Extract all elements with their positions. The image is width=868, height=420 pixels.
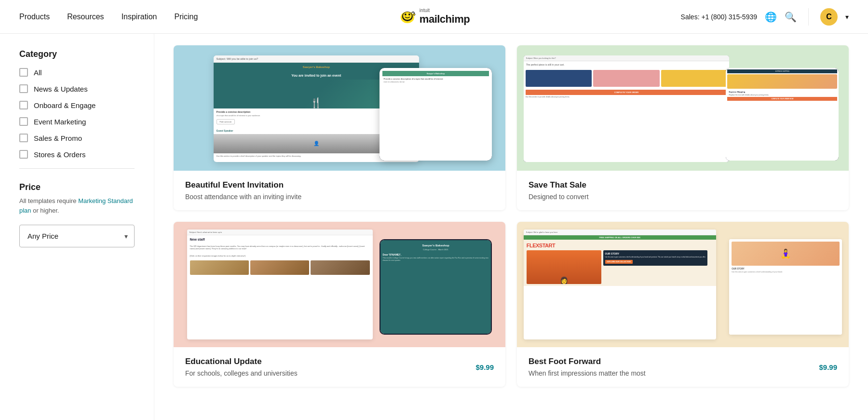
- checkbox-event[interactable]: [19, 117, 28, 126]
- nav-products[interactable]: Products: [19, 13, 50, 21]
- price-note: All templates require Marketing Standard…: [19, 196, 135, 215]
- price-title: Price: [19, 182, 135, 192]
- filter-divider: [19, 168, 135, 169]
- price-dropdown-wrap: Any Price Free Paid ▾: [19, 225, 135, 247]
- filter-event[interactable]: Event Marketing: [19, 117, 135, 126]
- card-price-edu: $9.99: [475, 363, 494, 371]
- phone-mockup-event: Sawyer's Bakeshop Provide a concise desc…: [380, 68, 492, 161]
- category-filter-group: All News & Updates Onboard & Engage Even…: [19, 68, 135, 159]
- main-layout: Category All News & Updates Onboard & En…: [0, 34, 868, 420]
- card-thumbnail-educational-update: Subject: Here's what we've been up to Ne…: [174, 222, 505, 347]
- card-title-sale: Save That Sale: [529, 180, 589, 190]
- desktop-mockup-sale: Subject: Were you looking for this? The …: [524, 55, 730, 162]
- card-title-flex: Best Foot Forward: [529, 357, 646, 366]
- svg-point-3: [405, 14, 407, 15]
- navigation: Products Resources Inspiration Pricing i…: [0, 0, 868, 34]
- card-educational-update[interactable]: Subject: Here's what we've been up to Ne…: [174, 222, 505, 387]
- card-desc-flex: When first impressions matter the most: [529, 369, 646, 377]
- card-info-flex: Best Foot Forward When first impressions…: [517, 347, 849, 387]
- logo-text-wrap: intuit mailchimp: [420, 8, 470, 26]
- category-title: Category: [19, 49, 135, 59]
- card-title-edu: Educational Update: [185, 357, 298, 366]
- checkbox-stores[interactable]: [19, 150, 28, 159]
- card-thumbnail-save-that-sale: Subject: Were you looking for this? The …: [517, 45, 849, 171]
- user-avatar[interactable]: C: [820, 8, 838, 26]
- edu-phone-mockup: Sawyer's Bakeshop College Courier - Marc…: [380, 239, 492, 335]
- logo-area: intuit mailchimp: [398, 8, 470, 26]
- card-info-sale: Save That Sale Designed to convert: [517, 171, 849, 210]
- price-dropdown[interactable]: Any Price Free Paid: [19, 225, 135, 247]
- svg-point-2: [403, 12, 412, 20]
- filter-stores-label: Stores & Orders: [34, 150, 86, 159]
- user-dropdown[interactable]: ▾: [845, 13, 849, 21]
- mobile-mockup-sale: EXPRESS SHIPPING Express Shipping Replac…: [726, 68, 839, 161]
- price-note-suffix: or higher.: [31, 207, 59, 214]
- filter-all-label: All: [34, 68, 42, 77]
- logo-mailchimp: mailchimp: [420, 13, 470, 26]
- nav-right: Sales: +1 (800) 315-5939 🌐 🔍 C ▾: [681, 8, 849, 26]
- card-desc-edu: For schools, colleges and universities: [185, 369, 298, 377]
- dropdown-arrow-icon: ▾: [845, 13, 849, 21]
- logo-intuit: intuit: [420, 8, 470, 13]
- nav-inspiration[interactable]: Inspiration: [122, 13, 157, 21]
- templates-content: Subject: Will you be able to join us? Sa…: [154, 34, 868, 420]
- card-title-event: Beautiful Event Invitation: [185, 180, 301, 190]
- nav-pricing[interactable]: Pricing: [174, 13, 198, 21]
- card-price-flex: $9.99: [819, 363, 837, 371]
- card-beautiful-event-invitation[interactable]: Subject: Will you be able to join us? Sa…: [174, 45, 505, 210]
- nav-resources[interactable]: Resources: [67, 13, 104, 21]
- card-save-that-sale[interactable]: Subject: Were you looking for this? The …: [517, 45, 849, 210]
- filter-news[interactable]: News & Updates: [19, 84, 135, 93]
- checkbox-sales[interactable]: [19, 134, 28, 142]
- edu-email-mockup: Subject: Here's what we've been up to Ne…: [187, 230, 373, 340]
- flex-panel-mockup: 🧘‍♀️ OUR STORY Use this area to give cus…: [729, 239, 842, 335]
- mailchimp-logo-icon: [398, 8, 417, 26]
- globe-icon[interactable]: 🌐: [765, 11, 777, 23]
- price-section: Price All templates require Marketing St…: [19, 182, 135, 247]
- svg-point-5: [413, 14, 415, 15]
- filter-onboard[interactable]: Onboard & Engage: [19, 101, 135, 109]
- card-best-foot-forward[interactable]: Subject: We're glad to have you here FRE…: [517, 222, 849, 387]
- filter-sales-label: Sales & Promo: [34, 134, 82, 142]
- cards-grid: Subject: Will you be able to join us? Sa…: [174, 45, 849, 387]
- filter-event-label: Event Marketing: [34, 118, 86, 126]
- search-icon[interactable]: 🔍: [785, 11, 797, 23]
- flex-email-mockup: Subject: We're glad to have you here FRE…: [524, 230, 716, 340]
- card-info-edu: Educational Update For schools, colleges…: [174, 347, 505, 387]
- nav-left: Products Resources Inspiration Pricing: [19, 13, 198, 21]
- sidebar: Category All News & Updates Onboard & En…: [0, 34, 154, 420]
- nav-separator: [808, 8, 809, 26]
- card-thumbnail-best-foot-forward: Subject: We're glad to have you here FRE…: [517, 222, 849, 347]
- filter-all[interactable]: All: [19, 68, 135, 77]
- filter-sales[interactable]: Sales & Promo: [19, 134, 135, 142]
- card-thumbnail-beautiful-event-invitation: Subject: Will you be able to join us? Sa…: [174, 45, 505, 171]
- checkbox-onboard[interactable]: [19, 101, 28, 109]
- card-desc-sale: Designed to convert: [529, 193, 589, 201]
- card-desc-event: Boost attendance with an inviting invite: [185, 193, 301, 201]
- filter-onboard-label: Onboard & Engage: [34, 101, 95, 109]
- svg-point-4: [408, 14, 410, 15]
- card-info-event: Beautiful Event Invitation Boost attenda…: [174, 171, 505, 210]
- filter-news-label: News & Updates: [34, 85, 88, 93]
- checkbox-news[interactable]: [19, 84, 28, 93]
- sales-phone: Sales: +1 (800) 315-5939: [681, 13, 757, 21]
- checkbox-all[interactable]: [19, 68, 28, 77]
- filter-stores[interactable]: Stores & Orders: [19, 150, 135, 159]
- price-note-prefix: All templates require: [19, 197, 78, 204]
